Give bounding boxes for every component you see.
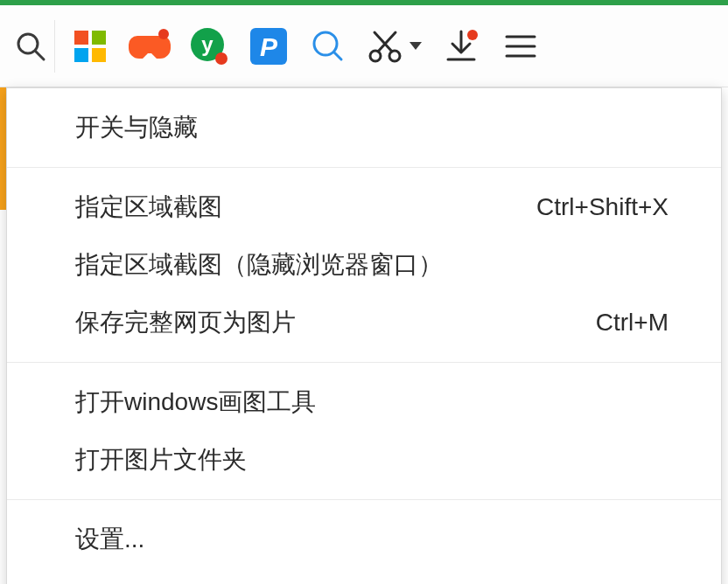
downloads-button[interactable] <box>431 12 491 80</box>
menu-item-region-screenshot[interactable]: 指定区域截图 Ctrl+Shift+X <box>7 178 721 236</box>
svg-line-13 <box>334 52 341 59</box>
menu-item-toggle-hide[interactable]: 开关与隐藏 <box>7 99 721 156</box>
svg-line-17 <box>374 32 392 52</box>
menu-section: 打开windows画图工具 打开图片文件夹 <box>7 363 721 500</box>
menu-item-how-to-use[interactable]: 如何使用截图 <box>7 568 721 584</box>
chevron-down-icon <box>410 42 422 50</box>
svg-point-9 <box>215 52 228 65</box>
svg-text:P: P <box>260 32 278 61</box>
windows-tiles-icon <box>73 29 108 64</box>
toolbar-separator <box>54 20 55 73</box>
p-square-icon: P <box>250 28 287 65</box>
y-app-button[interactable]: y <box>179 12 239 80</box>
menu-item-label: 开关与隐藏 <box>75 111 198 144</box>
gamepad-icon <box>129 29 171 64</box>
menu-item-region-screenshot-hidden[interactable]: 指定区域截图（隐藏浏览器窗口） <box>7 236 721 294</box>
svg-point-20 <box>467 30 478 40</box>
menu-item-label: 如何使用截图 <box>75 581 222 584</box>
scissors-icon <box>368 29 402 64</box>
games-button[interactable] <box>120 12 179 80</box>
menu-item-open-images-folder[interactable]: 打开图片文件夹 <box>7 431 721 489</box>
menu-item-save-full-page[interactable]: 保存完整网页为图片 Ctrl+M <box>7 294 721 351</box>
svg-rect-4 <box>74 48 88 62</box>
svg-line-16 <box>378 32 396 52</box>
menu-item-shortcut: Ctrl+M <box>596 309 668 337</box>
apps-tiles-button[interactable] <box>60 12 120 80</box>
menu-section: 开关与隐藏 <box>7 88 721 168</box>
toolbar: y P <box>0 5 728 87</box>
menu-section: 指定区域截图 Ctrl+Shift+X 指定区域截图（隐藏浏览器窗口） 保存完整… <box>7 168 721 363</box>
menu-item-label: 设置... <box>75 523 144 556</box>
svg-rect-5 <box>92 48 106 62</box>
menu-item-label: 打开图片文件夹 <box>75 443 247 476</box>
menu-item-label: 打开windows画图工具 <box>75 386 316 419</box>
search-icon <box>15 31 46 62</box>
p-app-button[interactable]: P <box>239 12 298 80</box>
circle-search-button[interactable] <box>298 12 358 80</box>
svg-line-1 <box>36 52 44 59</box>
menu-item-label: 指定区域截图 <box>75 191 222 224</box>
menu-item-open-mspaint[interactable]: 打开windows画图工具 <box>7 373 721 431</box>
svg-text:y: y <box>201 32 214 56</box>
screenshot-dropdown-menu: 开关与隐藏 指定区域截图 Ctrl+Shift+X 指定区域截图（隐藏浏览器窗口… <box>6 87 722 584</box>
circle-search-icon <box>312 30 345 63</box>
svg-rect-3 <box>92 31 106 45</box>
svg-point-6 <box>158 29 169 39</box>
menu-section: 设置... 如何使用截图 <box>7 500 721 584</box>
active-tab-indicator <box>0 87 6 210</box>
screenshot-split-button[interactable] <box>358 29 431 64</box>
svg-point-0 <box>18 34 38 53</box>
svg-rect-2 <box>74 31 88 45</box>
main-menu-button[interactable] <box>491 12 550 80</box>
menu-item-label: 指定区域截图（隐藏浏览器窗口） <box>75 248 443 282</box>
download-icon <box>443 28 480 65</box>
search-button[interactable] <box>9 12 52 80</box>
menu-item-shortcut: Ctrl+Shift+X <box>536 193 668 221</box>
hamburger-icon <box>505 33 536 59</box>
menu-item-settings[interactable]: 设置... <box>7 511 721 568</box>
y-circle-icon: y <box>190 27 228 66</box>
menu-item-label: 保存完整网页为图片 <box>75 306 296 339</box>
